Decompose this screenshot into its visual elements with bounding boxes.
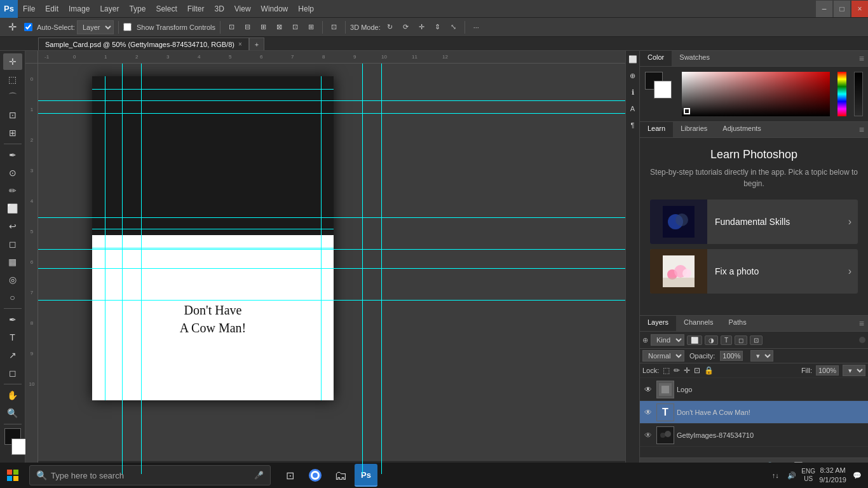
menu-filter[interactable]: Filter: [182, 0, 210, 18]
learn-card-fix-photo[interactable]: Fix a photo ›: [650, 249, 858, 294]
menu-view[interactable]: View: [229, 0, 256, 18]
lasso-tool[interactable]: ⌒: [3, 89, 22, 105]
canvas-area[interactable]: -1 0 1 2 3 4 5 6 7 8 9 10 11 12 0 1 2 3 …: [25, 51, 625, 474]
adjustments-tab[interactable]: Adjustments: [715, 122, 769, 137]
filter-adjust-btn[interactable]: ◑: [705, 336, 718, 345]
3d-slide-btn[interactable]: ⇕: [431, 20, 444, 35]
close-button[interactable]: ×: [851, 1, 868, 17]
lock-image-icon[interactable]: ✏: [674, 366, 680, 375]
lock-position-icon[interactable]: ✛: [684, 366, 690, 375]
gradient-tool[interactable]: ▦: [3, 254, 22, 270]
channels-tab[interactable]: Channels: [676, 316, 721, 331]
menu-window[interactable]: Window: [256, 0, 294, 18]
dodge-tool[interactable]: ○: [3, 289, 22, 306]
filter-smart-btn[interactable]: ⊡: [750, 336, 763, 345]
font-mini[interactable]: A: [627, 103, 639, 114]
filter-shape-btn[interactable]: ◻: [735, 336, 747, 345]
menu-image[interactable]: Image: [64, 0, 95, 18]
align-bottom-btn[interactable]: ⊞: [304, 20, 318, 35]
layer-visibility-logo[interactable]: 👁: [642, 384, 654, 395]
filter-pixel-btn[interactable]: ⬜: [687, 336, 702, 345]
new-tab-btn[interactable]: +: [249, 37, 264, 50]
alpha-bar[interactable]: [854, 72, 863, 116]
text-tool[interactable]: T: [3, 329, 22, 346]
color-panel-options[interactable]: ≡: [855, 51, 868, 66]
menu-layer[interactable]: Layer: [95, 0, 124, 18]
eyedropper-tool[interactable]: ✒: [3, 147, 22, 163]
filter-kind-select[interactable]: Kind: [651, 334, 684, 346]
blend-mode-select[interactable]: Normal: [642, 350, 684, 362]
swatches-tab[interactable]: Swatches: [672, 51, 717, 66]
blur-tool[interactable]: ◎: [3, 271, 22, 288]
para-mini[interactable]: ¶: [627, 119, 639, 131]
taskview-btn[interactable]: ⊡: [278, 464, 301, 487]
tab-close-btn[interactable]: ×: [238, 41, 242, 48]
paths-tab[interactable]: Paths: [721, 316, 754, 331]
layer-select[interactable]: Layer: [77, 20, 114, 34]
layer-row-text[interactable]: 👁 T Don't Have A Cow Man!: [640, 401, 868, 424]
learn-panel-options[interactable]: ≡: [855, 122, 868, 137]
3d-pan-btn[interactable]: ✛: [415, 20, 428, 35]
move-tool-btn[interactable]: ✛: [3, 19, 22, 36]
layers-tab[interactable]: Layers: [640, 316, 676, 331]
lock-transparency-icon[interactable]: ⬚: [663, 366, 670, 375]
lock-all-icon[interactable]: 🔒: [704, 366, 714, 375]
taskbar-clock[interactable]: 8:32 AM 9/1/2019: [819, 466, 846, 485]
hand-tool[interactable]: ✋: [3, 387, 22, 403]
menu-file[interactable]: File: [18, 0, 40, 18]
distribute-btn[interactable]: ⊡: [327, 20, 341, 35]
align-center-v-btn[interactable]: ⊡: [288, 20, 302, 35]
color-tab[interactable]: Color: [640, 51, 672, 66]
layers-panel-options[interactable]: ≡: [855, 316, 868, 331]
align-left-btn[interactable]: ⊡: [225, 20, 238, 35]
fill-arrow[interactable]: ▾: [843, 365, 865, 376]
zoom-tool[interactable]: 🔍: [3, 405, 22, 421]
object-select-tool[interactable]: ⊡: [3, 107, 22, 123]
eyedropper-mini[interactable]: ⊕: [627, 70, 639, 81]
maximize-button[interactable]: □: [834, 1, 850, 17]
stamp-tool[interactable]: ⬜: [3, 200, 22, 217]
pen-tool[interactable]: ✒: [3, 311, 22, 328]
photoshop-app[interactable]: Ps: [355, 464, 377, 487]
color-gradient[interactable]: [682, 72, 830, 116]
menu-3d[interactable]: 3D: [209, 0, 229, 18]
learn-card-fundamental[interactable]: Fundamental Skills ›: [650, 200, 858, 244]
marquee-tool[interactable]: ⬚: [3, 71, 22, 88]
menu-select[interactable]: Select: [151, 0, 182, 18]
start-button[interactable]: [0, 463, 25, 488]
3d-orbit-btn[interactable]: ↻: [383, 20, 397, 35]
document-tab[interactable]: Sample_Card.psd @ 50% (GettyImages-87453…: [38, 37, 249, 50]
layer-row-logo[interactable]: 👁 Logo: [640, 378, 868, 401]
learn-tab[interactable]: Learn: [640, 122, 673, 137]
menu-edit[interactable]: Edit: [40, 0, 64, 18]
layer-visibility-text[interactable]: 👁: [642, 407, 654, 418]
libraries-tab[interactable]: Libraries: [673, 122, 715, 137]
filter-toggle[interactable]: [859, 337, 865, 343]
tray-network[interactable]: ↑↓: [770, 470, 781, 481]
opacity-arrow[interactable]: ▾: [750, 350, 773, 362]
explorer-app[interactable]: 🗂: [329, 464, 352, 487]
lock-artboard-icon[interactable]: ⊡: [694, 366, 700, 375]
opacity-input[interactable]: [720, 351, 743, 361]
background-swatch[interactable]: [654, 81, 672, 98]
shape-tool[interactable]: ◻: [3, 365, 22, 381]
minimize-button[interactable]: –: [816, 1, 832, 17]
tray-volume[interactable]: 🔊: [786, 470, 797, 481]
eraser-tool[interactable]: ◻: [3, 236, 22, 252]
spot-heal-tool[interactable]: ⊙: [3, 165, 22, 181]
history-brush-tool[interactable]: ↩: [3, 218, 22, 234]
menu-help[interactable]: Help: [293, 0, 319, 18]
align-top-btn[interactable]: ⊠: [273, 20, 286, 35]
taskbar-search[interactable]: 🔍 Type here to search 🎤: [29, 465, 271, 485]
layer-row-getty[interactable]: 👁 GettyImages-874534710: [640, 424, 868, 447]
browser-app[interactable]: [304, 464, 327, 487]
filter-type-btn[interactable]: T: [721, 336, 732, 345]
more-options-btn[interactable]: ···: [470, 20, 483, 35]
show-transform-checkbox[interactable]: [123, 23, 132, 31]
layer-visibility-getty[interactable]: 👁: [642, 430, 654, 441]
hue-bar[interactable]: [837, 72, 846, 116]
notification-icon[interactable]: 💬: [851, 470, 863, 481]
move-tool[interactable]: ✛: [3, 53, 22, 70]
3d-roll-btn[interactable]: ⟳: [399, 20, 412, 35]
auto-select-checkbox[interactable]: [24, 23, 32, 31]
